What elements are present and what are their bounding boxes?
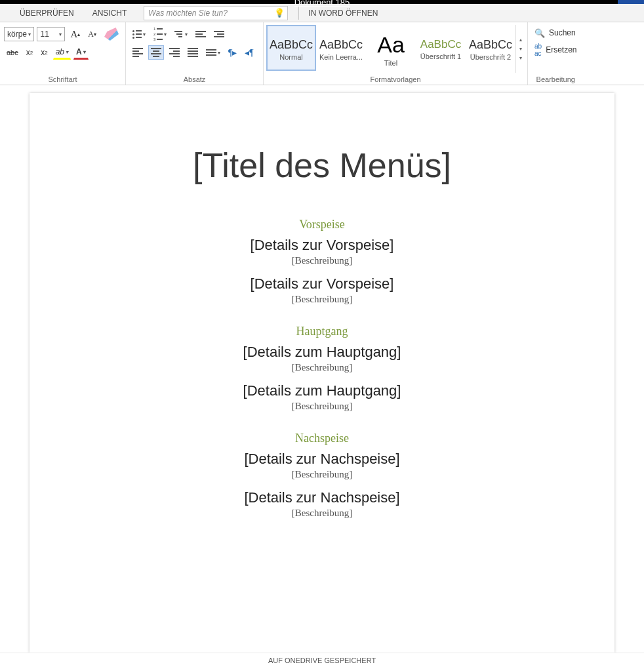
- font-name-select[interactable]: körpe: [4, 27, 34, 41]
- style-tile--berschrift-2[interactable]: AaBbCcÜberschrift 2: [466, 25, 515, 71]
- numbering-button[interactable]: 1 2 3: [151, 27, 169, 41]
- clear-formatting-button[interactable]: [102, 27, 121, 41]
- document-title: Dokument 185: [294, 0, 350, 7]
- styles-group-label: Formatvorlagen: [264, 75, 527, 83]
- menu-item-detail[interactable]: [Details zur Vorspeise]: [69, 237, 575, 254]
- shrink-font-button[interactable]: A▾: [85, 27, 99, 41]
- numbering-icon: 1 2 3: [153, 27, 163, 41]
- rtl-direction-button[interactable]: ◂¶: [242, 45, 256, 60]
- font-size-select[interactable]: 11▾: [37, 27, 65, 41]
- save-status-text: AUF ONEDRIVE GESPEICHERT: [268, 657, 376, 664]
- menu-item-detail[interactable]: [Details zur Nachspeise]: [69, 451, 575, 468]
- font-group: körpe 11▾ A▴ A▾ abc x2 x2 ab A Schriftar…: [0, 22, 126, 85]
- style-label: Titel: [384, 59, 397, 67]
- menu-item-description[interactable]: [Beschreibung]: [69, 362, 575, 373]
- chevron-down-icon[interactable]: ▾: [516, 45, 525, 54]
- line-spacing-icon: [206, 49, 216, 56]
- multilevel-icon: [174, 31, 184, 37]
- multilevel-list-button[interactable]: [172, 27, 190, 41]
- section-heading[interactable]: Nachspeise: [69, 432, 575, 445]
- paragraph-group: 1 2 3: [126, 22, 264, 85]
- menu-item-description[interactable]: [Beschreibung]: [69, 255, 575, 266]
- replace-button[interactable]: abac Ersetzen: [534, 43, 576, 56]
- tellme-search[interactable]: Was möchten Sie tun? 💡: [144, 6, 288, 20]
- lightbulb-icon: 💡: [274, 8, 285, 18]
- menu-item-description[interactable]: [Beschreibung]: [69, 294, 575, 305]
- find-label: Suchen: [549, 28, 576, 37]
- style-sample: AaBbCc: [469, 38, 512, 52]
- increase-indent-button[interactable]: [211, 27, 227, 41]
- style-tile-normal[interactable]: AaBbCcNormal: [266, 25, 316, 71]
- styles-expand-icon[interactable]: ▾: [516, 54, 525, 63]
- align-left-button[interactable]: [130, 45, 146, 60]
- document-area[interactable]: [Titel des Menüs] Vorspeise[Details zur …: [0, 85, 644, 653]
- open-in-word-button[interactable]: IN WORD ÖFFNEN: [304, 9, 382, 18]
- superscript-button[interactable]: x2: [38, 45, 50, 60]
- editing-group: 🔍 Suchen abac Ersetzen Bearbeitung: [528, 22, 583, 85]
- menu-item-description[interactable]: [Beschreibung]: [69, 508, 575, 519]
- menu-item-detail[interactable]: [Details zum Hauptgang]: [69, 344, 575, 361]
- style-sample: AaBbCc: [420, 38, 461, 51]
- eraser-icon: [104, 28, 119, 41]
- paragraph-group-label: Absatz: [126, 75, 263, 83]
- grow-font-button[interactable]: A▴: [68, 27, 83, 41]
- align-right-button[interactable]: [167, 45, 182, 60]
- tab-view[interactable]: ANSICHT: [83, 4, 136, 22]
- align-justify-icon: [188, 48, 198, 57]
- editing-group-label: Bearbeitung: [528, 75, 583, 83]
- outdent-icon: [195, 31, 206, 37]
- replace-label: Ersetzen: [546, 45, 576, 54]
- style-label: Kein Leerra...: [319, 53, 363, 61]
- style-tile--berschrift-1[interactable]: AaBbCcÜberschrift 1: [416, 25, 466, 71]
- style-sample: Aa: [377, 32, 405, 58]
- ribbon: körpe 11▾ A▴ A▾ abc x2 x2 ab A Schriftar…: [0, 22, 644, 85]
- tab-review[interactable]: ÜBERPRÜFEN: [10, 4, 83, 22]
- align-center-button[interactable]: [148, 45, 164, 60]
- indent-icon: [214, 31, 224, 37]
- subscript-button[interactable]: x2: [24, 45, 35, 60]
- status-bar: AUF ONEDRIVE GESPEICHERT: [0, 653, 644, 667]
- align-left-icon: [132, 48, 143, 57]
- align-justify-button[interactable]: [185, 45, 201, 60]
- document-heading[interactable]: [Titel des Menüs]: [69, 146, 575, 185]
- styles-group: AaBbCcNormalAaBbCcKein Leerra...AaTitelA…: [264, 22, 528, 85]
- find-button[interactable]: 🔍 Suchen: [534, 26, 576, 39]
- page[interactable]: [Titel des Menüs] Vorspeise[Details zur …: [30, 93, 614, 653]
- menu-item-description[interactable]: [Beschreibung]: [69, 469, 575, 480]
- align-right-icon: [169, 48, 180, 57]
- section-heading[interactable]: Hauptgang: [69, 325, 575, 338]
- menu-item-detail[interactable]: [Details zum Hauptgang]: [69, 382, 575, 399]
- font-group-label: Schriftart: [0, 75, 125, 83]
- title-bar: Dokument 185: [0, 0, 644, 4]
- replace-icon: abac: [534, 43, 542, 57]
- style-tile-kein-leerra-[interactable]: AaBbCcKein Leerra...: [316, 25, 366, 71]
- tellme-placeholder: Was möchten Sie tun?: [148, 9, 228, 18]
- style-tile-titel[interactable]: AaTitel: [366, 25, 416, 71]
- separator: [298, 7, 299, 20]
- menu-item-detail[interactable]: [Details zur Nachspeise]: [69, 489, 575, 506]
- style-label: Normal: [279, 53, 302, 61]
- menu-item-detail[interactable]: [Details zur Vorspeise]: [69, 275, 575, 293]
- section-heading[interactable]: Vorspeise: [69, 218, 575, 232]
- chevron-up-icon[interactable]: ▴: [516, 35, 525, 45]
- line-spacing-button[interactable]: [203, 45, 223, 60]
- decrease-indent-button[interactable]: [193, 27, 209, 41]
- ltr-direction-button[interactable]: ¶▸: [226, 45, 239, 60]
- bullets-icon: [132, 30, 142, 39]
- titlebar-accent: [618, 0, 644, 4]
- style-label: Überschrift 2: [470, 53, 511, 61]
- highlight-color-button[interactable]: ab: [53, 45, 71, 60]
- binoculars-icon: 🔍: [534, 28, 545, 38]
- styles-gallery-scroll[interactable]: ▴ ▾ ▾: [515, 25, 525, 73]
- style-sample: AaBbCc: [270, 38, 313, 52]
- font-color-button[interactable]: A: [73, 45, 89, 60]
- style-label: Überschrift 1: [420, 52, 461, 60]
- align-center-icon: [151, 48, 161, 57]
- menu-item-description[interactable]: [Beschreibung]: [69, 401, 575, 412]
- bullets-button[interactable]: [130, 27, 148, 41]
- strikethrough-button[interactable]: abc: [4, 45, 21, 60]
- style-sample: AaBbCc: [319, 38, 363, 52]
